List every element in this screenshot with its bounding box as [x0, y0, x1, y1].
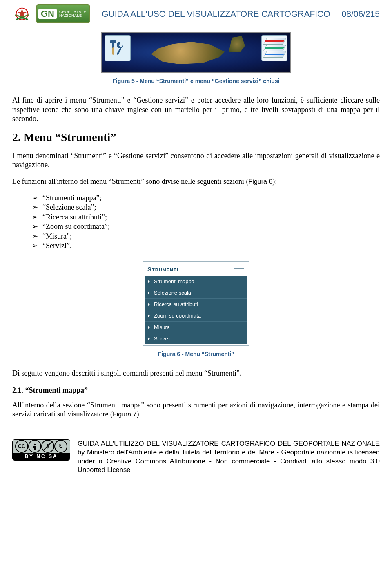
layers-menu-icon[interactable]	[261, 35, 287, 61]
list-item: “Misura”;	[32, 232, 380, 241]
menu-item-label: Strumenti mappa	[154, 278, 194, 284]
geoportale-badge: GN GEOPORTALE NAZIONALE	[36, 4, 90, 23]
figure-5-map	[101, 32, 291, 73]
svg-rect-4	[116, 48, 121, 55]
footer: CC $ ↻ BY NC SA GUIDA ALL'UTILIZZO DEL V…	[12, 439, 380, 474]
paragraph-1: Al fine di aprire i menu “Strumenti” e “…	[12, 96, 380, 123]
gn-abbrev: GN	[38, 9, 57, 19]
list-item: “Selezione scala”;	[32, 203, 380, 212]
menu-item-label: Ricerca su attributi	[154, 301, 198, 307]
para5-post: ).	[137, 410, 141, 418]
chevron-right-icon	[148, 303, 150, 306]
menu-item-label: Servizi	[154, 336, 170, 342]
tools-menu-icon[interactable]	[105, 35, 131, 61]
paragraph-4: Di seguito vengono descritti i singoli c…	[12, 369, 380, 378]
menu-item-servizi[interactable]: Servizi	[145, 333, 247, 344]
sa-icon: ↻	[54, 440, 67, 453]
paragraph-2: I menu denominati “Strumenti” e “Gestion…	[12, 151, 380, 170]
list-item: “Strumenti mappa”;	[32, 193, 380, 203]
chevron-right-icon	[148, 326, 150, 329]
figure-6-ref: Figura 6	[249, 178, 273, 185]
chevron-right-icon	[148, 280, 150, 283]
menu-header[interactable]: Strumenti —	[143, 262, 249, 276]
menu-item-selezione-scala[interactable]: Selezione scala	[145, 287, 247, 299]
figure-7-ref: Figura 7	[113, 411, 137, 418]
gn-line2: NAZIONALE	[59, 14, 86, 18]
para5-pre: All'interno della sezione “Strumenti map…	[12, 401, 380, 418]
menu-item-strumenti-mappa[interactable]: Strumenti mappa	[145, 276, 247, 287]
svg-point-5	[34, 444, 36, 445]
menu-item-label: Zoom su coordinata	[154, 313, 201, 319]
paragraph-5: All'interno della sezione “Strumenti map…	[12, 401, 380, 419]
nc-icon: $	[41, 440, 54, 453]
para3-post: ):	[272, 177, 277, 186]
paragraph-3: Le funzioni all'interno del menu “Strume…	[12, 177, 380, 186]
svg-rect-2	[110, 40, 116, 43]
figure-5-caption: Figura 5 - Menu “Strumenti” e menu “Gest…	[12, 78, 380, 84]
cc-icon: CC	[15, 440, 28, 453]
svg-rect-3	[112, 47, 114, 55]
menu-item-label: Selezione scala	[154, 290, 191, 296]
para3-pre: Le funzioni all'interno del menu “Strume…	[12, 177, 249, 186]
figure-6-caption: Figura 6 - Menu “Strumenti”	[12, 351, 380, 357]
list-item: “Zoom su coordinata”;	[32, 222, 380, 231]
menu-title: Strumenti	[147, 266, 178, 273]
collapse-icon[interactable]: —	[234, 266, 245, 270]
menu-item-ricerca-attributi[interactable]: Ricerca su attributi	[145, 299, 247, 310]
menu-item-zoom-coordinata[interactable]: Zoom su coordinata	[145, 310, 247, 322]
list-item: “Ricerca su attributi”;	[32, 213, 380, 222]
page-header: GN GEOPORTALE NAZIONALE GUIDA ALL'USO DE…	[12, 4, 380, 24]
cc-bottom-label: BY NC SA	[13, 453, 70, 460]
section-2-1-title: 2.1. “Strumenti mappa”	[12, 386, 380, 395]
cc-license-badge: CC $ ↻ BY NC SA	[12, 439, 70, 461]
chevron-right-icon	[148, 314, 150, 318]
bullet-list: “Strumenti mappa”; “Selezione scala”; “R…	[12, 193, 380, 251]
footer-license-text: GUIDA ALL'UTILIZZO DEL VISUALIZZATORE CA…	[78, 439, 380, 474]
section-2-title: 2. Menu “Strumenti”	[12, 131, 380, 144]
list-item: “Servizi”.	[32, 241, 380, 251]
chevron-right-icon	[148, 291, 150, 295]
menu-item-misura[interactable]: Misura	[145, 322, 247, 333]
header-title: GUIDA ALL'USO DEL VISUALIZZATORE CARTOGR…	[94, 9, 337, 19]
strumenti-menu-panel: Strumenti — Strumenti mappa Selezione sc…	[143, 261, 249, 346]
by-icon	[28, 440, 41, 453]
menu-item-label: Misura	[154, 324, 170, 330]
chevron-right-icon	[148, 337, 150, 340]
italian-emblem-icon	[12, 4, 32, 24]
header-date: 08/06/215	[342, 9, 380, 19]
